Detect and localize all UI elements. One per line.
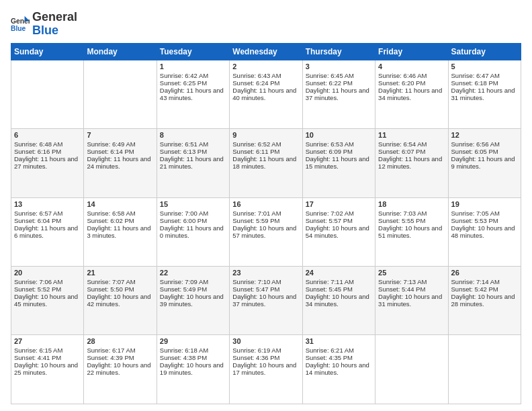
sunset-text: Sunset: 6:11 PM [232,148,299,155]
calendar-cell: 4Sunrise: 6:46 AMSunset: 6:20 PMDaylight… [375,60,448,128]
calendar-cell: 14Sunrise: 6:58 AMSunset: 6:02 PMDayligh… [84,197,157,266]
sunrise-text: Sunrise: 6:53 AM [306,140,372,148]
calendar-cell: 5Sunrise: 6:47 AMSunset: 6:18 PMDaylight… [448,60,521,128]
day-number: 14 [87,200,153,208]
day-number: 19 [451,200,518,208]
calendar-cell: 3Sunrise: 6:45 AMSunset: 6:22 PMDaylight… [302,60,375,128]
calendar-cell [11,60,84,128]
logo-text: General Blue [32,11,77,38]
sunset-text: Sunset: 6:16 PM [14,148,81,155]
logo: General Blue General Blue [11,11,77,38]
sunset-text: Sunset: 6:07 PM [378,148,445,155]
day-number: 12 [451,131,518,139]
sunset-text: Sunset: 5:57 PM [306,217,372,224]
calendar-cell: 10Sunrise: 6:53 AMSunset: 6:09 PMDayligh… [302,129,375,197]
calendar-cell: 6Sunrise: 6:48 AMSunset: 6:16 PMDaylight… [11,129,84,197]
daylight-text: Daylight: 11 hours and 34 minutes. [378,87,445,101]
sunset-text: Sunset: 5:44 PM [378,285,445,293]
sunset-text: Sunset: 6:24 PM [232,79,299,87]
sunset-text: Sunset: 4:41 PM [14,354,81,361]
sunrise-text: Sunrise: 6:15 AM [14,347,81,354]
svg-text:Blue: Blue [11,25,26,32]
calendar-cell: 27Sunrise: 6:15 AMSunset: 4:41 PMDayligh… [11,335,84,404]
daylight-text: Daylight: 10 hours and 45 minutes. [14,293,81,308]
day-of-week-header: Friday [375,43,448,60]
sunset-text: Sunset: 6:09 PM [306,148,372,155]
calendar-week-row: 13Sunrise: 6:57 AMSunset: 6:04 PMDayligh… [11,197,521,266]
day-number: 9 [232,131,299,139]
daylight-text: Daylight: 10 hours and 34 minutes. [306,293,372,308]
daylight-text: Daylight: 10 hours and 51 minutes. [378,224,445,239]
calendar-cell: 7Sunrise: 6:49 AMSunset: 6:14 PMDaylight… [84,129,157,197]
day-of-week-header: Wednesday [230,43,302,60]
daylight-text: Daylight: 11 hours and 0 minutes. [160,224,226,239]
sunset-text: Sunset: 6:13 PM [160,148,226,155]
calendar-cell: 20Sunrise: 7:06 AMSunset: 5:52 PMDayligh… [11,267,84,335]
sunrise-text: Sunrise: 6:45 AM [306,72,372,79]
sunset-text: Sunset: 5:59 PM [232,217,299,224]
sunset-text: Sunset: 6:00 PM [160,217,226,224]
sunset-text: Sunset: 6:22 PM [306,79,372,87]
sunrise-text: Sunrise: 6:21 AM [306,347,372,354]
sunset-text: Sunset: 5:50 PM [87,285,153,293]
daylight-text: Daylight: 10 hours and 17 minutes. [232,361,299,376]
sunrise-text: Sunrise: 6:47 AM [451,72,518,79]
day-of-week-header: Sunday [11,43,84,60]
day-number: 6 [14,131,81,139]
calendar-cell: 22Sunrise: 7:09 AMSunset: 5:49 PMDayligh… [157,267,229,335]
day-number: 15 [160,200,226,208]
day-number: 2 [232,62,299,71]
sunrise-text: Sunrise: 6:42 AM [160,72,226,79]
daylight-text: Daylight: 10 hours and 31 minutes. [378,293,445,308]
calendar-week-row: 6Sunrise: 6:48 AMSunset: 6:16 PMDaylight… [11,129,521,197]
day-number: 25 [378,269,445,277]
day-number: 5 [451,62,518,71]
sunset-text: Sunset: 5:53 PM [451,217,518,224]
sunrise-text: Sunrise: 6:52 AM [232,140,299,148]
daylight-text: Daylight: 11 hours and 21 minutes. [160,155,226,170]
daylight-text: Daylight: 10 hours and 25 minutes. [14,361,81,376]
daylight-text: Daylight: 11 hours and 43 minutes. [160,87,226,101]
sunrise-text: Sunrise: 6:19 AM [232,347,299,354]
day-of-week-header: Thursday [302,43,375,60]
daylight-text: Daylight: 11 hours and 18 minutes. [232,155,299,170]
day-of-week-header: Saturday [448,43,521,60]
daylight-text: Daylight: 10 hours and 22 minutes. [87,361,153,376]
daylight-text: Daylight: 10 hours and 39 minutes. [160,293,226,308]
daylight-text: Daylight: 11 hours and 12 minutes. [378,155,445,170]
day-number: 18 [378,200,445,208]
day-number: 4 [378,62,445,71]
sunrise-text: Sunrise: 6:57 AM [14,210,81,217]
sunset-text: Sunset: 6:05 PM [451,148,518,155]
day-number: 26 [451,269,518,277]
daylight-text: Daylight: 11 hours and 37 minutes. [306,87,372,101]
sunrise-text: Sunrise: 7:06 AM [14,278,81,285]
sunrise-text: Sunrise: 6:58 AM [87,210,153,217]
sunset-text: Sunset: 6:02 PM [87,217,153,224]
calendar-cell: 19Sunrise: 7:05 AMSunset: 5:53 PMDayligh… [448,197,521,266]
daylight-text: Daylight: 11 hours and 40 minutes. [232,87,299,101]
day-number: 20 [14,269,81,277]
calendar-cell: 26Sunrise: 7:14 AMSunset: 5:42 PMDayligh… [448,267,521,335]
day-of-week-header: Monday [84,43,157,60]
sunset-text: Sunset: 5:55 PM [378,217,445,224]
day-number: 23 [232,269,299,277]
calendar-cell: 15Sunrise: 7:00 AMSunset: 6:00 PMDayligh… [157,197,229,266]
sunrise-text: Sunrise: 6:49 AM [87,140,153,148]
sunset-text: Sunset: 5:52 PM [14,285,81,293]
sunrise-text: Sunrise: 6:17 AM [87,347,153,354]
day-number: 10 [306,131,372,139]
day-number: 28 [87,337,153,345]
sunset-text: Sunset: 4:36 PM [232,354,299,361]
sunrise-text: Sunrise: 7:01 AM [232,210,299,217]
day-number: 1 [160,62,226,71]
sunset-text: Sunset: 6:04 PM [14,217,81,224]
calendar-cell: 24Sunrise: 7:11 AMSunset: 5:45 PMDayligh… [302,267,375,335]
sunset-text: Sunset: 5:49 PM [160,285,226,293]
calendar-cell: 9Sunrise: 6:52 AMSunset: 6:11 PMDaylight… [230,129,302,197]
day-number: 31 [306,337,372,345]
day-of-week-header: Tuesday [157,43,229,60]
calendar-cell: 1Sunrise: 6:42 AMSunset: 6:25 PMDaylight… [157,60,229,128]
calendar-cell: 16Sunrise: 7:01 AMSunset: 5:59 PMDayligh… [230,197,302,266]
daylight-text: Daylight: 10 hours and 37 minutes. [232,293,299,308]
